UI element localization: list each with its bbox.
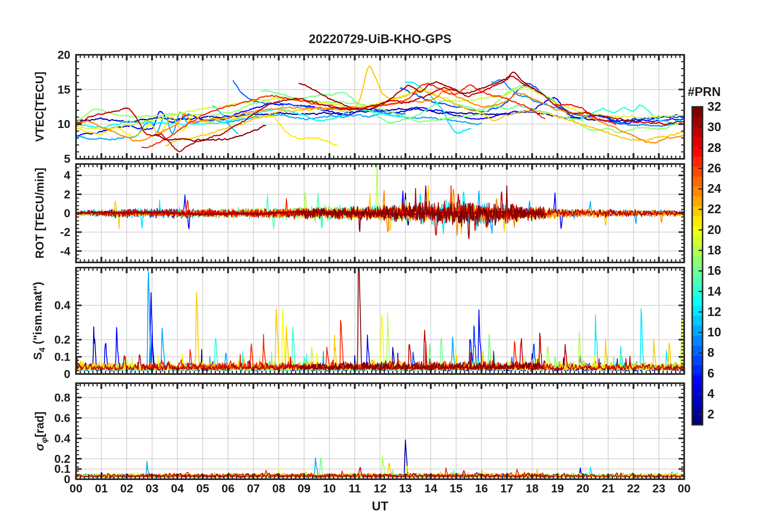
colorbar-tick-label: 10 [707, 325, 721, 340]
colorbar-tick-label: 2 [707, 407, 714, 422]
x-tick-label: 18 [526, 482, 539, 495]
x-tick-label: 16 [475, 482, 488, 495]
x-tick-label: 23 [653, 482, 665, 495]
colorbar-tick-label: 32 [707, 100, 721, 114]
x-tick-label: 03 [146, 482, 158, 495]
y-tick-label: 0.4 [34, 432, 70, 445]
x-tick-label: 17 [501, 482, 513, 495]
x-tick-label: 08 [272, 482, 285, 495]
colorbar-tick-label: 28 [707, 141, 721, 155]
y-tick-label: 0 [34, 472, 70, 486]
x-tick-label: 19 [551, 482, 564, 495]
colorbar-tick-label: 14 [707, 284, 721, 299]
y-tick-label: 0 [34, 206, 70, 220]
y-tick-label: 5 [34, 152, 70, 166]
colorbar-tick-label: 22 [707, 202, 721, 216]
x-tick-label: 01 [95, 482, 108, 495]
plot-canvas [0, 0, 761, 532]
y-tick-label: -2 [34, 225, 70, 239]
colorbar-tick-label: 30 [707, 120, 721, 134]
x-tick-label: 00 [678, 482, 691, 495]
colorbar-tick-label: 12 [707, 305, 721, 319]
y-tick-label: 0.8 [34, 391, 70, 404]
x-tick-label: 12 [374, 482, 387, 495]
colorbar-tick-label: 4 [707, 387, 714, 401]
x-tick-label: 14 [425, 482, 437, 495]
x-tick-label: 09 [298, 482, 310, 495]
x-axis-label: UT [372, 499, 388, 514]
x-tick-label: 00 [70, 482, 82, 495]
colorbar-tick-label: 26 [707, 161, 721, 176]
x-tick-label: 20 [577, 482, 589, 495]
figure-root: 20220729-UiB-KHO-GPS UT #PRN VTEC[TECU] … [0, 0, 761, 532]
x-tick-label: 11 [348, 482, 361, 495]
x-tick-label: 13 [399, 482, 412, 495]
y-tick-label: 15 [34, 83, 70, 96]
x-tick-label: 21 [602, 482, 615, 495]
y-tick-label: 10 [34, 117, 70, 131]
x-tick-label: 05 [196, 482, 209, 495]
x-tick-label: 10 [323, 482, 336, 495]
y-tick-label: 0.6 [34, 411, 70, 425]
y-tick-label: 0.4 [34, 298, 70, 312]
colorbar-tick-label: 24 [707, 182, 721, 196]
x-tick-label: 22 [627, 482, 640, 495]
colorbar-tick-label: 8 [707, 346, 714, 360]
x-tick-label: 02 [120, 482, 133, 495]
colorbar-tick-label: 6 [707, 366, 714, 381]
colorbar-tick-label: 20 [707, 223, 721, 237]
y-axis-label-s4: S4 ("ism.mat") [31, 282, 44, 360]
x-tick-label: 07 [247, 482, 260, 495]
x-tick-label: 15 [450, 482, 463, 495]
x-tick-label: 06 [222, 482, 234, 495]
y-tick-label: 4 [34, 168, 70, 182]
y-tick-label: 0.2 [34, 333, 70, 346]
chart-title: 20220729-UiB-KHO-GPS [309, 32, 452, 46]
y-tick-label: 0.1 [34, 350, 70, 364]
colorbar-tick-label: 16 [707, 264, 721, 278]
colorbar-tick-label: 18 [707, 243, 721, 258]
colorbar-title: #PRN [688, 85, 721, 99]
y-tick-label: 2 [34, 188, 70, 201]
y-axis-label-vtec: VTEC[TECU] [33, 72, 46, 142]
y-tick-label: -4 [34, 244, 70, 258]
y-tick-label: 20 [34, 48, 70, 62]
y-tick-label: 0 [34, 367, 70, 381]
x-tick-label: 04 [171, 482, 184, 495]
